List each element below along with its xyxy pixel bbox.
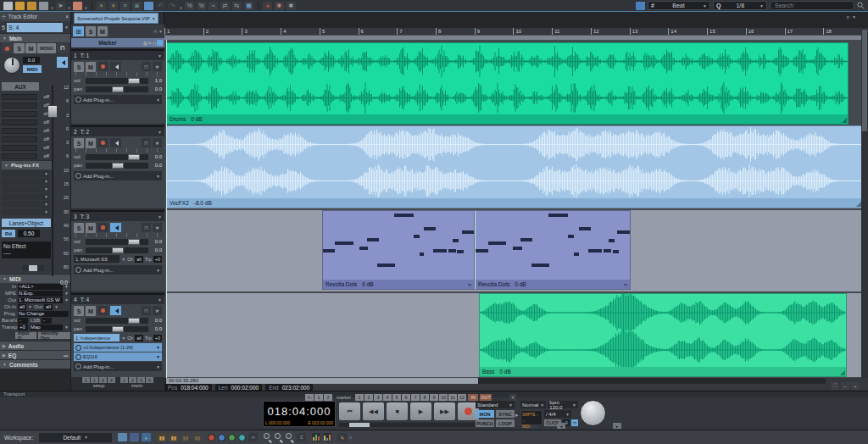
aux-send-row[interactable]: off [0, 143, 49, 152]
horizontal-scrollbar[interactable]: 00:00:35:280 [164, 378, 826, 384]
razor-icon[interactable]: × [108, 2, 118, 10]
midi-note[interactable] [520, 238, 533, 241]
ruler-bar[interactable]: 6 [359, 28, 398, 35]
aux-send-row[interactable]: off [0, 135, 49, 143]
midi-note[interactable] [609, 239, 615, 242]
midi-clip-1[interactable]: Revolta Dots 0 dB ⊓ [322, 210, 475, 290]
workspace-select[interactable]: Default▼ [39, 433, 112, 442]
cut-icon[interactable]: × [97, 2, 106, 10]
loop-icon[interactable]: ⇄ [220, 2, 230, 10]
pan-slider[interactable] [86, 163, 148, 169]
ruler-bar[interactable]: 2 [203, 28, 242, 35]
fader-handle[interactable] [47, 105, 58, 118]
solo-button[interactable]: S [74, 223, 84, 233]
horizontal-scrollbar-thumb[interactable]: 00:00:35:280 [166, 378, 478, 384]
marker-active-icon[interactable] [157, 40, 163, 46]
transport-slider-thumb[interactable] [349, 423, 370, 427]
add-plugin-row[interactable]: Add Plug-in...▼ [74, 171, 162, 180]
editor-track-name-select[interactable]: S: 4 [7, 23, 63, 32]
marker-button[interactable]: 6 [402, 394, 410, 401]
ruler-bar[interactable]: 13 [630, 28, 669, 35]
add-plugin-row[interactable]: Add Plug-in...▼ [74, 95, 162, 104]
pan-slider[interactable] [86, 326, 148, 332]
midi-note[interactable] [513, 247, 522, 250]
draw-tool-icon[interactable] [73, 2, 82, 10]
setup-button[interactable]: 3 [99, 377, 107, 383]
marker-button[interactable]: 7 [411, 394, 420, 401]
midi-note[interactable] [377, 264, 395, 267]
rewind-button[interactable]: ◀◀ [363, 402, 384, 420]
no-effect-box[interactable]: No Effect ---- [2, 241, 51, 258]
midi-grid-icon[interactable] [636, 2, 645, 10]
ruler-bar[interactable]: 5 [320, 28, 359, 35]
plugin-slot-1[interactable]: +1:Independence (1-24)▼ [74, 343, 162, 352]
section-comments[interactable]: ▼Comments [0, 359, 70, 369]
lock-icon[interactable]: ⊓ [142, 306, 151, 315]
read-automation-button[interactable]: Rd [2, 230, 15, 237]
chevron-down-icon[interactable]: ▼ [156, 364, 160, 369]
midi-note[interactable] [323, 249, 335, 253]
automation-value[interactable]: 0.50 [18, 230, 40, 237]
tape-play-icon[interactable]: ▮▮ [169, 433, 178, 441]
marker-button[interactable]: 9 [430, 394, 438, 401]
ruler-bar[interactable]: 4 [281, 28, 320, 35]
solo-button[interactable]: S [74, 62, 84, 72]
chevron-down-icon[interactable]: ▼ [156, 97, 160, 103]
section-audio[interactable]: ▶Audio [0, 341, 70, 350]
chevron-down-icon[interactable]: ▼ [156, 268, 160, 273]
timeline-ruler[interactable]: 123456789101112131415161718 [164, 28, 868, 35]
track-name-row[interactable]: 4T: 4▼ [71, 295, 164, 304]
pan-slider[interactable] [86, 247, 148, 253]
monitor-speaker-icon[interactable] [110, 223, 121, 232]
chevron-down-icon[interactable]: ▼ [64, 325, 69, 330]
star-icon[interactable]: ★ [153, 223, 162, 232]
midi-note[interactable] [448, 249, 456, 253]
track-header-2[interactable]: 2T: 2▼ S M ⊓ ★ vol0.0 pan0.0 Add Plug-in… [71, 125, 164, 208]
vertical-scrollbar[interactable] [861, 28, 868, 378]
arrange-menu-icon[interactable]: ≡ [846, 14, 849, 28]
speaker-icon[interactable] [57, 57, 68, 68]
midi-map-select[interactable]: Map [30, 325, 63, 330]
aux-send-row[interactable]: off [0, 118, 49, 126]
marker-button[interactable]: 8 [420, 394, 429, 401]
aux-send-row[interactable]: off [0, 101, 49, 109]
track-name-row[interactable]: 1T: 1▼ [71, 51, 164, 60]
grid-mode-select[interactable]: # Beat ▼ [648, 1, 710, 10]
range-list-icon[interactable]: ≡ [297, 433, 306, 441]
search-icon[interactable] [857, 2, 865, 9]
midi-note[interactable] [335, 241, 353, 245]
waveform-chart-icon[interactable] [323, 433, 331, 441]
ruler-bar[interactable]: 1 [164, 28, 203, 35]
midi-note[interactable] [588, 249, 602, 253]
section-eq[interactable]: ▶EQ▬ [0, 350, 70, 359]
midi-ch-out[interactable]: all [44, 304, 53, 310]
layout-mixer-icon[interactable]: ▸ [142, 433, 151, 441]
aux-send-slider[interactable] [2, 94, 37, 100]
setup-button[interactable]: 2 [91, 377, 98, 383]
plugin-power-icon[interactable] [75, 354, 81, 360]
add-plugin-row[interactable]: Add Plug-in...▼ [74, 362, 162, 371]
midi-note[interactable] [433, 249, 447, 253]
loop-button[interactable]: LOOP [496, 419, 515, 427]
midi-note[interactable] [420, 253, 424, 256]
aux-send-slider[interactable] [2, 128, 37, 134]
zoom-button[interactable]: 4 [146, 377, 153, 383]
midi-bank-lsb[interactable]: - [42, 318, 52, 324]
punch-button[interactable]: PUNCH [476, 419, 494, 427]
chevron-down-icon[interactable]: ▼ [64, 25, 69, 30]
mute-button[interactable]: M [25, 43, 36, 53]
midi-note[interactable] [568, 235, 574, 238]
fx-slot[interactable]: ▼ [2, 178, 49, 185]
speaker-prev-icon[interactable]: ◂ [557, 423, 565, 429]
go-to-start-button[interactable]: ⏮ [339, 402, 360, 420]
close-icon[interactable]: × [65, 14, 69, 19]
close-icon[interactable]: × [152, 16, 155, 21]
time-signature-select[interactable]: / 4/4▼ [544, 410, 571, 418]
clip-lock-icon[interactable]: ⊓ [468, 282, 471, 287]
chevron-down-icon[interactable]: ▼ [158, 297, 162, 302]
time-display[interactable]: 018:04:000 L 000:02:000 E 023:02:000 [263, 401, 336, 427]
vertical-scrollbar-thumb[interactable] [862, 30, 867, 131]
play-button[interactable]: ▶ [410, 402, 431, 420]
header-lock-icon[interactable]: ⊓ [153, 29, 157, 34]
midi-note[interactable] [604, 249, 611, 253]
